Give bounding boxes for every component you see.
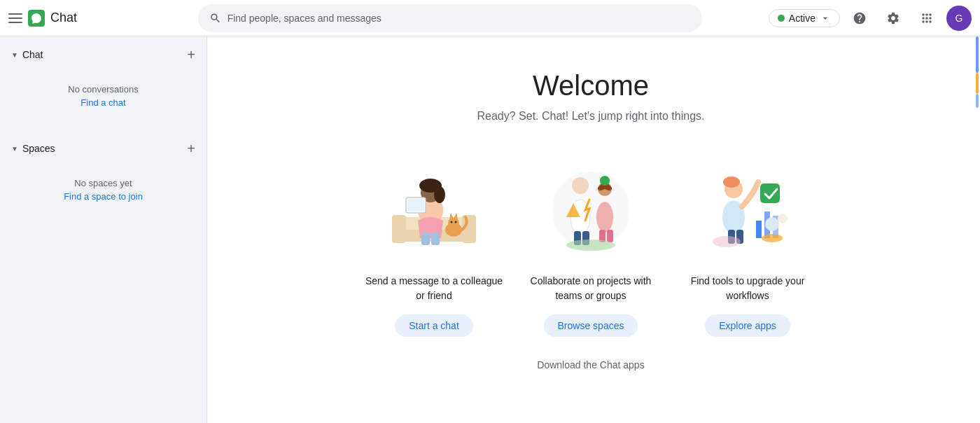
browse-spaces-illustration (535, 151, 647, 263)
welcome-subtitle: Ready? Set. Chat! Let's jump right into … (477, 110, 704, 123)
welcome-title: Welcome (533, 70, 649, 102)
download-text: Download the Chat apps (537, 359, 644, 370)
svg-rect-36 (756, 221, 762, 238)
chat-section-label: Chat (22, 49, 43, 60)
svg-point-40 (765, 217, 779, 231)
avatar[interactable]: G (946, 6, 972, 31)
svg-rect-17 (421, 233, 430, 245)
svg-point-20 (572, 177, 589, 194)
status-dot (778, 15, 785, 22)
explore-apps-card-text: Find tools to upgrade your workflows (678, 274, 818, 303)
svg-point-41 (778, 214, 788, 223)
svg-rect-3 (392, 215, 406, 243)
explore-apps-button[interactable]: Explore apps (705, 314, 790, 337)
find-space-link[interactable]: Find a space to join (64, 191, 143, 202)
search-icon (209, 12, 221, 25)
start-chat-button[interactable]: Start a chat (395, 314, 473, 337)
hamburger-icon[interactable] (8, 11, 22, 25)
svg-point-19 (552, 172, 629, 249)
chat-section: ▼ Chat + No conversations Find a chat (0, 36, 206, 130)
explore-apps-illustration (692, 151, 804, 263)
svg-point-32 (723, 176, 740, 188)
right-panel (974, 36, 980, 423)
chat-section-header[interactable]: ▼ Chat + (0, 42, 206, 67)
svg-point-28 (600, 176, 610, 186)
svg-point-42 (713, 236, 741, 247)
cards-row: Send a message to a colleague or friend … (293, 151, 889, 337)
spaces-section-title: ▼ Spaces (11, 143, 55, 154)
right-bar-orange (976, 73, 979, 94)
chat-section-title: ▼ Chat (11, 49, 43, 60)
topbar: Chat Active G (0, 0, 980, 36)
topbar-right: Active G (769, 4, 972, 32)
svg-point-8 (434, 186, 445, 203)
svg-rect-10 (407, 199, 424, 212)
spaces-add-button[interactable]: + (187, 141, 195, 155)
right-bar-blue (976, 36, 979, 73)
svg-marker-14 (454, 213, 458, 219)
svg-point-12 (448, 218, 459, 228)
svg-rect-27 (607, 230, 613, 242)
svg-marker-13 (449, 213, 454, 219)
content-area: Welcome Ready? Set. Chat! Let's jump rig… (207, 36, 974, 423)
svg-point-15 (451, 221, 453, 223)
no-spaces-text: No spaces yet (74, 178, 132, 188)
start-chat-illustration (378, 151, 490, 263)
spaces-section-label: Spaces (22, 143, 55, 154)
topbar-left: Chat (8, 10, 162, 27)
svg-rect-39 (760, 183, 780, 203)
start-chat-card: Send a message to a colleague or friend … (364, 151, 504, 337)
svg-point-25 (596, 202, 613, 233)
spaces-section: ▼ Spaces + No spaces yet Find a space to… (0, 130, 206, 224)
right-bar-blue2 (976, 94, 979, 108)
search-bar[interactable] (198, 4, 702, 32)
help-button[interactable] (846, 4, 874, 32)
settings-button[interactable] (879, 4, 907, 32)
svg-point-43 (762, 234, 783, 242)
spaces-empty-state: No spaces yet Find a space to join (0, 161, 206, 219)
grid-button[interactable] (913, 4, 941, 32)
start-chat-card-text: Send a message to a colleague or friend (364, 274, 504, 303)
browse-spaces-card-text: Collaborate on projects with teams or gr… (521, 274, 661, 303)
spaces-chevron-icon: ▼ (11, 145, 18, 153)
main-layout: ▼ Chat + No conversations Find a chat ▼ … (0, 36, 980, 423)
svg-point-30 (566, 240, 615, 251)
browse-spaces-card: Collaborate on projects with teams or gr… (521, 151, 661, 337)
find-chat-link[interactable]: Find a chat (80, 97, 125, 108)
no-conversations-text: No conversations (68, 84, 138, 95)
status-label: Active (789, 13, 816, 24)
svg-point-16 (455, 221, 457, 223)
app-title: Chat (50, 11, 77, 25)
chat-chevron-icon: ▼ (11, 51, 18, 59)
status-badge[interactable]: Active (769, 9, 840, 27)
sidebar: ▼ Chat + No conversations Find a chat ▼ … (0, 36, 207, 423)
spaces-section-header[interactable]: ▼ Spaces + (0, 136, 206, 161)
search-input[interactable] (227, 13, 692, 24)
explore-apps-card: Find tools to upgrade your workflows Exp… (678, 151, 818, 337)
svg-rect-18 (431, 233, 440, 245)
chat-logo-icon (28, 10, 45, 27)
chevron-down-icon (820, 13, 831, 24)
browse-spaces-button[interactable]: Browse spaces (544, 314, 638, 337)
welcome-section: Welcome Ready? Set. Chat! Let's jump rig… (276, 36, 906, 393)
chat-empty-state: No conversations Find a chat (0, 67, 206, 125)
chat-add-button[interactable]: + (187, 48, 195, 62)
